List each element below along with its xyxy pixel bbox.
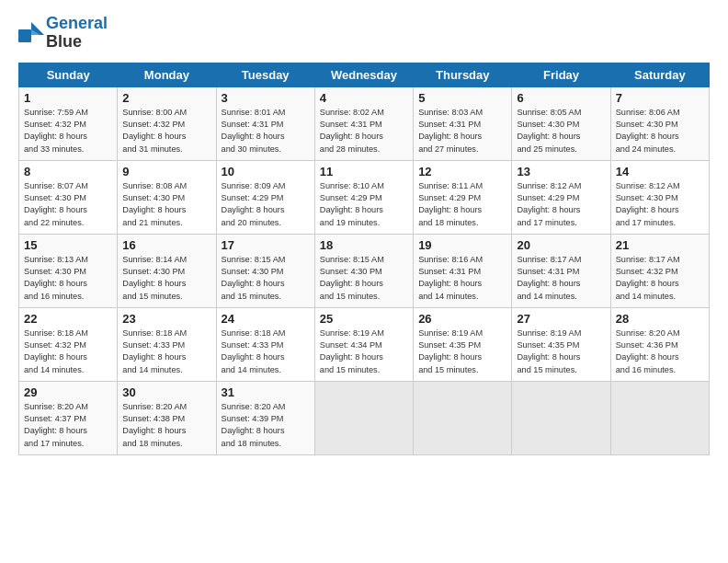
day-info: Sunrise: 8:18 AMSunset: 4:33 PMDaylight:… xyxy=(222,327,310,376)
day-number: 17 xyxy=(222,238,310,252)
day-number: 5 xyxy=(418,91,506,105)
day-number: 21 xyxy=(616,238,704,252)
calendar-cell: 8Sunrise: 8:07 AMSunset: 4:30 PMDaylight… xyxy=(19,160,118,234)
col-header-saturday: Saturday xyxy=(610,63,709,86)
calendar-cell: 18Sunrise: 8:15 AMSunset: 4:30 PMDayligh… xyxy=(314,234,413,307)
day-number: 6 xyxy=(517,91,605,105)
day-info: Sunrise: 8:18 AMSunset: 4:32 PMDaylight:… xyxy=(24,327,112,376)
calendar-cell: 4Sunrise: 8:02 AMSunset: 4:31 PMDaylight… xyxy=(314,86,413,160)
header: General Blue xyxy=(18,15,710,52)
day-number: 3 xyxy=(222,91,310,105)
calendar-cell xyxy=(414,381,512,454)
calendar-cell: 25Sunrise: 8:19 AMSunset: 4:34 PMDayligh… xyxy=(314,307,413,381)
calendar-cell: 11Sunrise: 8:10 AMSunset: 4:29 PMDayligh… xyxy=(314,160,413,234)
week-row-1: 1Sunrise: 7:59 AMSunset: 4:32 PMDaylight… xyxy=(19,86,710,160)
calendar-cell: 13Sunrise: 8:12 AMSunset: 4:29 PMDayligh… xyxy=(512,160,610,234)
calendar-cell: 29Sunrise: 8:20 AMSunset: 4:37 PMDayligh… xyxy=(19,381,118,454)
logo: General Blue xyxy=(18,15,108,52)
day-number: 12 xyxy=(418,165,506,178)
day-number: 8 xyxy=(24,165,112,178)
day-info: Sunrise: 8:13 AMSunset: 4:30 PMDaylight:… xyxy=(24,254,112,303)
day-info: Sunrise: 8:02 AMSunset: 4:31 PMDaylight:… xyxy=(320,107,408,155)
day-info: Sunrise: 8:06 AMSunset: 4:30 PMDaylight:… xyxy=(616,107,704,155)
calendar-cell: 27Sunrise: 8:19 AMSunset: 4:35 PMDayligh… xyxy=(512,307,610,381)
calendar-cell: 21Sunrise: 8:17 AMSunset: 4:32 PMDayligh… xyxy=(610,234,709,307)
day-info: Sunrise: 8:20 AMSunset: 4:36 PMDaylight:… xyxy=(616,327,704,376)
day-info: Sunrise: 8:20 AMSunset: 4:39 PMDaylight:… xyxy=(222,401,310,450)
calendar-cell: 5Sunrise: 8:03 AMSunset: 4:31 PMDaylight… xyxy=(414,86,512,160)
day-info: Sunrise: 8:03 AMSunset: 4:31 PMDaylight:… xyxy=(418,107,506,155)
day-number: 20 xyxy=(517,238,605,252)
logo-text: General xyxy=(46,15,108,33)
day-number: 29 xyxy=(24,385,112,399)
calendar-cell: 22Sunrise: 8:18 AMSunset: 4:32 PMDayligh… xyxy=(19,307,118,381)
day-number: 22 xyxy=(24,312,112,326)
day-info: Sunrise: 8:00 AMSunset: 4:32 PMDaylight:… xyxy=(122,107,210,155)
day-number: 13 xyxy=(517,165,605,178)
calendar-cell: 20Sunrise: 8:17 AMSunset: 4:31 PMDayligh… xyxy=(512,234,610,307)
calendar-table: SundayMondayTuesdayWednesdayThursdayFrid… xyxy=(18,63,710,455)
calendar-cell: 10Sunrise: 8:09 AMSunset: 4:29 PMDayligh… xyxy=(216,160,314,234)
logo-icon xyxy=(18,22,44,44)
day-info: Sunrise: 8:18 AMSunset: 4:33 PMDaylight:… xyxy=(122,327,210,376)
day-info: Sunrise: 8:19 AMSunset: 4:35 PMDaylight:… xyxy=(418,327,506,376)
calendar-cell: 23Sunrise: 8:18 AMSunset: 4:33 PMDayligh… xyxy=(118,307,216,381)
day-info: Sunrise: 8:17 AMSunset: 4:32 PMDaylight:… xyxy=(616,254,704,303)
day-info: Sunrise: 8:11 AMSunset: 4:29 PMDaylight:… xyxy=(418,180,506,229)
day-info: Sunrise: 8:15 AMSunset: 4:30 PMDaylight:… xyxy=(320,254,408,303)
calendar-cell: 12Sunrise: 8:11 AMSunset: 4:29 PMDayligh… xyxy=(414,160,512,234)
col-header-wednesday: Wednesday xyxy=(314,63,413,86)
day-number: 25 xyxy=(320,312,408,326)
day-number: 9 xyxy=(122,165,210,178)
day-number: 23 xyxy=(122,312,210,326)
day-info: Sunrise: 8:12 AMSunset: 4:29 PMDaylight:… xyxy=(517,180,605,229)
day-number: 19 xyxy=(418,238,506,252)
calendar-cell xyxy=(610,381,709,454)
calendar-cell xyxy=(314,381,413,454)
day-number: 10 xyxy=(222,165,310,178)
day-info: Sunrise: 8:20 AMSunset: 4:37 PMDaylight:… xyxy=(24,401,112,450)
logo-text2: Blue xyxy=(46,33,108,52)
calendar-cell: 2Sunrise: 8:00 AMSunset: 4:32 PMDaylight… xyxy=(118,86,216,160)
day-number: 1 xyxy=(24,91,112,105)
day-info: Sunrise: 7:59 AMSunset: 4:32 PMDaylight:… xyxy=(24,107,112,155)
day-number: 14 xyxy=(616,165,704,178)
col-header-sunday: Sunday xyxy=(19,63,118,86)
week-row-2: 8Sunrise: 8:07 AMSunset: 4:30 PMDaylight… xyxy=(19,160,710,234)
calendar-cell: 3Sunrise: 8:01 AMSunset: 4:31 PMDaylight… xyxy=(216,86,314,160)
day-info: Sunrise: 8:19 AMSunset: 4:34 PMDaylight:… xyxy=(320,327,408,376)
week-row-4: 22Sunrise: 8:18 AMSunset: 4:32 PMDayligh… xyxy=(19,307,710,381)
col-header-friday: Friday xyxy=(512,63,610,86)
day-number: 16 xyxy=(122,238,210,252)
calendar-cell: 31Sunrise: 8:20 AMSunset: 4:39 PMDayligh… xyxy=(216,381,314,454)
calendar-cell: 14Sunrise: 8:12 AMSunset: 4:30 PMDayligh… xyxy=(610,160,709,234)
calendar-cell: 15Sunrise: 8:13 AMSunset: 4:30 PMDayligh… xyxy=(19,234,118,307)
calendar-cell: 28Sunrise: 8:20 AMSunset: 4:36 PMDayligh… xyxy=(610,307,709,381)
calendar-cell: 30Sunrise: 8:20 AMSunset: 4:38 PMDayligh… xyxy=(118,381,216,454)
day-number: 27 xyxy=(517,312,605,326)
day-number: 18 xyxy=(320,238,408,252)
day-number: 30 xyxy=(122,385,210,399)
calendar-cell: 19Sunrise: 8:16 AMSunset: 4:31 PMDayligh… xyxy=(414,234,512,307)
week-row-3: 15Sunrise: 8:13 AMSunset: 4:30 PMDayligh… xyxy=(19,234,710,307)
week-row-5: 29Sunrise: 8:20 AMSunset: 4:37 PMDayligh… xyxy=(19,381,710,454)
calendar-cell xyxy=(512,381,610,454)
day-info: Sunrise: 8:09 AMSunset: 4:29 PMDaylight:… xyxy=(222,180,310,229)
day-number: 26 xyxy=(418,312,506,326)
day-number: 4 xyxy=(320,91,408,105)
calendar-cell: 7Sunrise: 8:06 AMSunset: 4:30 PMDaylight… xyxy=(610,86,709,160)
day-number: 15 xyxy=(24,238,112,252)
calendar-cell: 24Sunrise: 8:18 AMSunset: 4:33 PMDayligh… xyxy=(216,307,314,381)
day-info: Sunrise: 8:15 AMSunset: 4:30 PMDaylight:… xyxy=(222,254,310,303)
col-header-tuesday: Tuesday xyxy=(216,63,314,86)
day-info: Sunrise: 8:07 AMSunset: 4:30 PMDaylight:… xyxy=(24,180,112,229)
calendar-cell: 1Sunrise: 7:59 AMSunset: 4:32 PMDaylight… xyxy=(19,86,118,160)
header-row: SundayMondayTuesdayWednesdayThursdayFrid… xyxy=(19,63,710,86)
svg-rect-0 xyxy=(18,29,31,42)
calendar-cell: 17Sunrise: 8:15 AMSunset: 4:30 PMDayligh… xyxy=(216,234,314,307)
col-header-thursday: Thursday xyxy=(414,63,512,86)
day-number: 28 xyxy=(616,312,704,326)
calendar-cell: 26Sunrise: 8:19 AMSunset: 4:35 PMDayligh… xyxy=(414,307,512,381)
day-info: Sunrise: 8:10 AMSunset: 4:29 PMDaylight:… xyxy=(320,180,408,229)
day-info: Sunrise: 8:14 AMSunset: 4:30 PMDaylight:… xyxy=(122,254,210,303)
